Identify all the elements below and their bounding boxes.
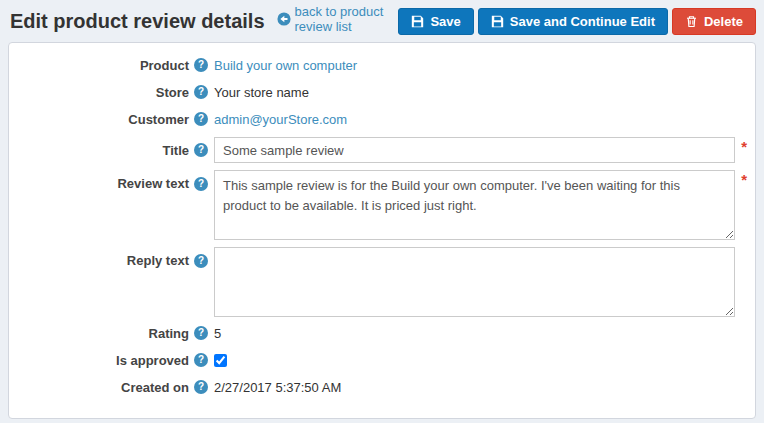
title-wrap: Edit product review details back to prod… <box>10 6 398 36</box>
reply-text-textarea[interactable] <box>214 247 735 317</box>
title-input[interactable] <box>214 137 735 163</box>
customer-value-col: admin@yourStore.com <box>214 111 747 127</box>
store-label: Store <box>156 85 189 100</box>
form-row-store: Store ? Your store name <box>9 83 747 101</box>
created-on-label: Created on <box>121 380 189 395</box>
help-icon[interactable]: ? <box>194 58 208 72</box>
form-row-created-on: Created on ? 2/27/2017 5:37:50 AM <box>9 378 747 396</box>
customer-link[interactable]: admin@yourStore.com <box>214 111 347 127</box>
created-on-value-col: 2/27/2017 5:37:50 AM <box>214 379 747 395</box>
help-icon[interactable]: ? <box>194 112 208 126</box>
reply-text-value-col <box>214 247 747 317</box>
form-row-product: Product ? Build your own computer <box>9 56 747 74</box>
product-label: Product <box>140 58 189 73</box>
title-label-col: Title ? <box>9 143 208 158</box>
rating-value: 5 <box>214 325 221 341</box>
rating-label: Rating <box>149 326 189 341</box>
product-label-col: Product ? <box>9 58 208 73</box>
help-icon[interactable]: ? <box>194 143 208 157</box>
help-icon[interactable]: ? <box>194 353 208 367</box>
is-approved-label: Is approved <box>116 353 189 368</box>
form-row-customer: Customer ? admin@yourStore.com <box>9 110 747 128</box>
back-arrow-circle-icon <box>277 12 291 26</box>
toolbar: Save Save and Continue Edit Delete <box>398 8 756 35</box>
form-row-is-approved: Is approved ? <box>9 351 747 369</box>
title-label: Title <box>163 143 190 158</box>
review-text-label-col: Review text ? <box>9 170 208 191</box>
form-row-review-text: Review text ? This sample review is for … <box>9 170 747 240</box>
title-value-col: * <box>214 137 747 163</box>
reply-text-label-col: Reply text ? <box>9 247 208 268</box>
save-floppy-icon <box>411 15 424 28</box>
form-row-reply-text: Reply text ? <box>9 247 747 317</box>
save-floppy-icon <box>491 15 504 28</box>
product-value-col: Build your own computer <box>214 57 747 73</box>
form-row-rating: Rating ? 5 <box>9 324 747 342</box>
customer-label-col: Customer ? <box>9 112 208 127</box>
help-icon[interactable]: ? <box>194 177 208 191</box>
is-approved-checkbox[interactable] <box>214 354 227 367</box>
review-text-textarea[interactable]: This sample review is for the Build your… <box>214 170 735 240</box>
help-icon[interactable]: ? <box>194 326 208 340</box>
save-button-label: Save <box>430 14 460 29</box>
save-and-continue-button-label: Save and Continue Edit <box>510 14 655 29</box>
is-approved-value-col <box>214 353 747 367</box>
review-text-value-col: This sample review is for the Build your… <box>214 170 747 240</box>
back-link-label: back to product review list <box>295 4 399 34</box>
help-icon[interactable]: ? <box>194 85 208 99</box>
store-label-col: Store ? <box>9 85 208 100</box>
save-and-continue-button[interactable]: Save and Continue Edit <box>478 8 668 35</box>
customer-label: Customer <box>128 112 189 127</box>
rating-value-col: 5 <box>214 325 747 341</box>
reply-text-label: Reply text <box>127 253 189 268</box>
page-title: Edit product review details <box>10 10 265 33</box>
help-icon[interactable]: ? <box>194 380 208 394</box>
delete-button[interactable]: Delete <box>672 8 756 35</box>
store-value: Your store name <box>214 84 309 100</box>
store-value-col: Your store name <box>214 84 747 100</box>
delete-button-label: Delete <box>704 14 743 29</box>
product-link[interactable]: Build your own computer <box>214 57 357 73</box>
help-icon[interactable]: ? <box>194 254 208 268</box>
required-marker: * <box>735 170 747 187</box>
rating-label-col: Rating ? <box>9 326 208 341</box>
is-approved-label-col: Is approved ? <box>9 353 208 368</box>
trash-icon <box>685 15 698 28</box>
form-panel: Product ? Build your own computer Store … <box>8 42 756 419</box>
form-row-title: Title ? * <box>9 137 747 163</box>
created-on-label-col: Created on ? <box>9 380 208 395</box>
back-link[interactable]: back to product review list <box>277 4 399 34</box>
save-button[interactable]: Save <box>398 8 473 35</box>
review-text-label: Review text <box>117 176 189 191</box>
page-header: Edit product review details back to prod… <box>0 0 764 42</box>
created-on-value: 2/27/2017 5:37:50 AM <box>214 379 341 395</box>
required-marker: * <box>735 137 747 154</box>
